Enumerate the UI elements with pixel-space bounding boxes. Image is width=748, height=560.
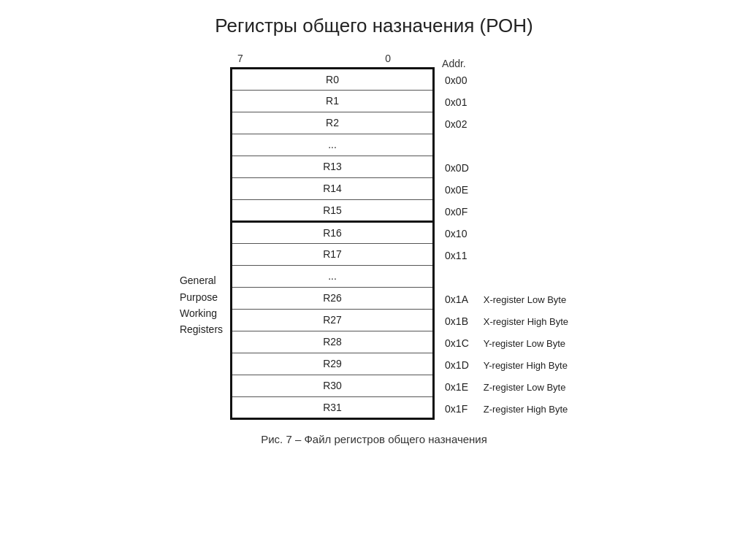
col-header-addr: Addr. xyxy=(442,58,466,69)
col-header-0: 0 xyxy=(385,53,391,64)
addr-cell: 0x0D xyxy=(442,157,469,179)
addr-cell: 0x01 xyxy=(442,91,469,113)
right-note-cell: X-register Low Byte xyxy=(484,288,568,310)
table-row: R26 xyxy=(232,287,434,309)
right-note-cell xyxy=(484,201,568,223)
right-note-cell xyxy=(484,113,568,135)
right-note-cell xyxy=(484,135,568,157)
addr-cell: 0x02 xyxy=(442,113,469,135)
table-row: R13 xyxy=(232,156,434,177)
addr-cell: 0x11 xyxy=(442,245,469,266)
addr-cell: 0x1C xyxy=(442,332,469,354)
register-cell: R27 xyxy=(232,309,434,331)
right-note-cell xyxy=(484,223,568,245)
register-cell: R17 xyxy=(232,243,434,265)
diagram-area: General Purpose Working Registers 7 0 R0… xyxy=(22,52,726,420)
right-note-cell xyxy=(484,69,568,91)
right-labels: X-register Low ByteX-register High ByteY… xyxy=(484,52,568,420)
main-content: General Purpose Working Registers 7 0 R0… xyxy=(22,52,726,545)
label-purpose: Purpose xyxy=(180,289,223,305)
register-cell: R26 xyxy=(232,287,434,309)
right-note-cell xyxy=(484,245,568,266)
label-general: General xyxy=(180,272,223,288)
table-row: R14 xyxy=(232,177,434,199)
table-row: R1 xyxy=(232,90,434,112)
table-row: R2 xyxy=(232,112,434,134)
right-note-cell: Z-register High Byte xyxy=(484,398,568,420)
table-row: R27 xyxy=(232,309,434,331)
register-cell: ... xyxy=(232,265,434,287)
center-table-area: 7 0 R0R1R2...R13R14R15R16R17...R26R27R28… xyxy=(230,53,435,420)
addr-cell xyxy=(442,266,469,288)
register-cell: R16 xyxy=(232,221,434,243)
label-working: Working xyxy=(180,305,223,321)
addr-column: Addr. 0x000x010x020x0D0x0E0x0F0x100x110x… xyxy=(442,52,469,420)
right-note-cell: X-register High Byte xyxy=(484,310,568,332)
table-row: R0 xyxy=(232,68,434,90)
register-cell: R1 xyxy=(232,90,434,112)
page-title: Регистры общего назначения (РОН) xyxy=(215,15,533,37)
left-labels: General Purpose Working Registers xyxy=(180,134,223,338)
register-table: R0R1R2...R13R14R15R16R17...R26R27R28R29R… xyxy=(230,67,435,420)
register-cell: R15 xyxy=(232,199,434,221)
table-row: R15 xyxy=(232,199,434,221)
right-note-cell xyxy=(484,157,568,179)
right-note-cell: Y-register High Byte xyxy=(484,354,568,376)
addr-cell: 0x1B xyxy=(442,310,469,332)
register-cell: ... xyxy=(232,134,434,156)
addr-cell: 0x1A xyxy=(442,288,469,310)
caption: Рис. 7 – Файл регистров общего назначени… xyxy=(261,433,487,445)
table-row: R16 xyxy=(232,221,434,243)
table-row: ... xyxy=(232,265,434,287)
register-cell: R31 xyxy=(232,396,434,418)
addr-cell xyxy=(442,135,469,157)
register-cell: R13 xyxy=(232,156,434,177)
addr-cell: 0x0E xyxy=(442,179,469,201)
register-cell: R14 xyxy=(232,177,434,199)
addr-rows: 0x000x010x020x0D0x0E0x0F0x100x110x1A0x1B… xyxy=(442,69,469,420)
addr-cell: 0x1D xyxy=(442,354,469,376)
register-cell: R0 xyxy=(232,68,434,90)
table-row: R29 xyxy=(232,353,434,375)
table-row: R28 xyxy=(232,331,434,353)
addr-cell: 0x0F xyxy=(442,201,469,223)
right-note-cell: Y-register Low Byte xyxy=(484,332,568,354)
addr-cell: 0x00 xyxy=(442,69,469,91)
right-note-cell xyxy=(484,266,568,288)
addr-cell: 0x1E xyxy=(442,376,469,398)
right-note-cell xyxy=(484,91,568,113)
table-row: R31 xyxy=(232,396,434,418)
table-row: R17 xyxy=(232,243,434,265)
register-cell: R30 xyxy=(232,375,434,396)
table-row: ... xyxy=(232,134,434,156)
col-header-7: 7 xyxy=(237,53,243,64)
right-note-cell xyxy=(484,179,568,201)
right-note-cell: Z-register Low Byte xyxy=(484,376,568,398)
register-cell: R28 xyxy=(232,331,434,353)
addr-cell: 0x1F xyxy=(442,398,469,420)
register-cell: R29 xyxy=(232,353,434,375)
addr-cell: 0x10 xyxy=(442,223,469,245)
label-registers: Registers xyxy=(180,321,223,337)
register-cell: R2 xyxy=(232,112,434,134)
table-row: R30 xyxy=(232,375,434,396)
